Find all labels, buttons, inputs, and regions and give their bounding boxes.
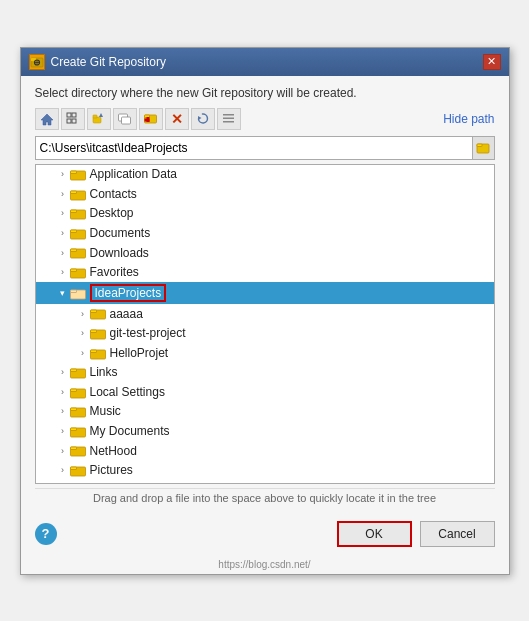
cancel-button[interactable]: Cancel [420, 521, 495, 547]
folder-icon [70, 404, 86, 420]
folder-icon [70, 384, 86, 400]
tree-item-hello-projet[interactable]: › HelloProjet [36, 343, 494, 363]
description-text: Select directory where the new Git repos… [35, 86, 495, 100]
toolbar: ✕ Hide path [35, 108, 495, 130]
ok-button[interactable]: OK [337, 521, 412, 547]
svg-rect-39 [70, 290, 76, 293]
svg-rect-43 [90, 330, 96, 333]
folder-icon [70, 167, 86, 183]
folder-icon [70, 206, 86, 222]
svg-rect-7 [72, 113, 76, 117]
path-browse-button[interactable] [472, 137, 494, 159]
expand-arrow[interactable]: › [56, 406, 70, 416]
tree-item-idea-projects[interactable]: ▾ IdeaProjects [36, 282, 494, 304]
item-label: HelloProjet [110, 346, 169, 360]
tree-item-git-test-project[interactable]: › git-test-project [36, 323, 494, 343]
svg-marker-20 [198, 116, 202, 120]
expand-arrow[interactable]: › [56, 169, 70, 179]
svg-rect-8 [67, 119, 71, 123]
title-bar-left: Create Git Repository [29, 54, 166, 70]
expand-arrow[interactable]: › [76, 348, 90, 358]
item-label-box: IdeaProjects [90, 284, 167, 302]
svg-rect-45 [90, 350, 96, 353]
folder-icon [70, 365, 86, 381]
svg-rect-25 [477, 144, 482, 147]
folder-icon [90, 325, 106, 341]
new-folder-button[interactable] [139, 108, 163, 130]
item-label: git-test-project [110, 326, 186, 340]
expand-arrow[interactable]: › [56, 446, 70, 456]
svg-rect-53 [70, 428, 76, 431]
home-button[interactable] [35, 108, 59, 130]
tree-item-local-settings[interactable]: › Local Settings [36, 382, 494, 402]
expand-arrow[interactable]: › [56, 465, 70, 475]
expand-arrow[interactable]: › [56, 387, 70, 397]
folder-icon [90, 306, 106, 322]
refresh-button[interactable] [191, 108, 215, 130]
folder-icon [70, 423, 86, 439]
expand-arrow[interactable]: › [56, 367, 70, 377]
help-button[interactable]: ? [35, 523, 57, 545]
tree-item-downloads[interactable]: › Downloads [36, 243, 494, 263]
svg-marker-12 [99, 113, 103, 117]
dialog-footer: ? OK Cancel [21, 515, 509, 557]
tree-item-application-data[interactable]: › Application Data [36, 165, 494, 185]
folder-icon [90, 345, 106, 361]
svg-rect-19 [145, 119, 150, 122]
tree-item-my-documents[interactable]: › My Documents [36, 421, 494, 441]
grid-view-button[interactable] [61, 108, 85, 130]
svg-rect-49 [70, 389, 76, 392]
item-label: My Documents [90, 424, 170, 438]
svg-rect-21 [223, 114, 234, 116]
folder-icon [70, 443, 86, 459]
path-bar [35, 136, 495, 160]
expand-arrow[interactable]: › [56, 248, 70, 258]
tree-item-desktop[interactable]: › Desktop [36, 204, 494, 224]
item-label: Music [90, 404, 121, 418]
app-icon [29, 54, 45, 70]
expand-arrow[interactable]: › [76, 328, 90, 338]
svg-rect-37 [70, 269, 76, 272]
drag-drop-hint: Drag and drop a file into the space abov… [35, 488, 495, 507]
hide-path-link[interactable]: Hide path [443, 112, 494, 126]
tree-item-favorites[interactable]: › Favorites [36, 262, 494, 282]
tree-item-music[interactable]: › Music [36, 402, 494, 422]
title-bar: Create Git Repository ✕ [21, 48, 509, 76]
go-up-button[interactable] [87, 108, 111, 130]
item-label: NetHood [90, 444, 137, 458]
svg-rect-35 [70, 249, 76, 252]
item-label: Documents [90, 226, 151, 240]
tree-item-documents[interactable]: › Documents [36, 223, 494, 243]
navigate-button[interactable] [113, 108, 137, 130]
item-label: Contacts [90, 187, 137, 201]
item-label: Downloads [90, 246, 149, 260]
expand-arrow[interactable]: › [56, 208, 70, 218]
tree-item-printhood[interactable]: › PrintHood [36, 480, 494, 484]
expand-arrow[interactable]: ▾ [56, 288, 70, 298]
expand-arrow[interactable]: › [56, 189, 70, 199]
close-button[interactable]: ✕ [483, 54, 501, 70]
footer-buttons: OK Cancel [337, 521, 495, 547]
svg-rect-31 [70, 210, 76, 213]
svg-rect-14 [122, 117, 131, 124]
more-button[interactable] [217, 108, 241, 130]
svg-rect-23 [223, 121, 234, 123]
tree-item-pictures[interactable]: › Pictures [36, 460, 494, 480]
tree-item-contacts[interactable]: › Contacts [36, 184, 494, 204]
item-label: IdeaProjects [95, 286, 162, 300]
svg-rect-11 [93, 115, 97, 118]
tree-item-aaaaa[interactable]: › aaaaa [36, 304, 494, 324]
path-input[interactable] [36, 141, 472, 155]
expand-arrow[interactable]: › [76, 309, 90, 319]
expand-arrow[interactable]: › [56, 426, 70, 436]
tree-item-links[interactable]: › Links [36, 363, 494, 383]
dialog-body: Select directory where the new Git repos… [21, 76, 509, 515]
expand-arrow[interactable]: › [56, 267, 70, 277]
item-label: Desktop [90, 206, 134, 220]
file-tree[interactable]: › Application Data› Contacts› Desktop› D… [35, 164, 495, 484]
expand-arrow[interactable]: › [56, 228, 70, 238]
tree-item-nethood[interactable]: › NetHood [36, 441, 494, 461]
dialog-title: Create Git Repository [51, 55, 166, 69]
svg-rect-41 [90, 310, 96, 313]
delete-button[interactable]: ✕ [165, 108, 189, 130]
